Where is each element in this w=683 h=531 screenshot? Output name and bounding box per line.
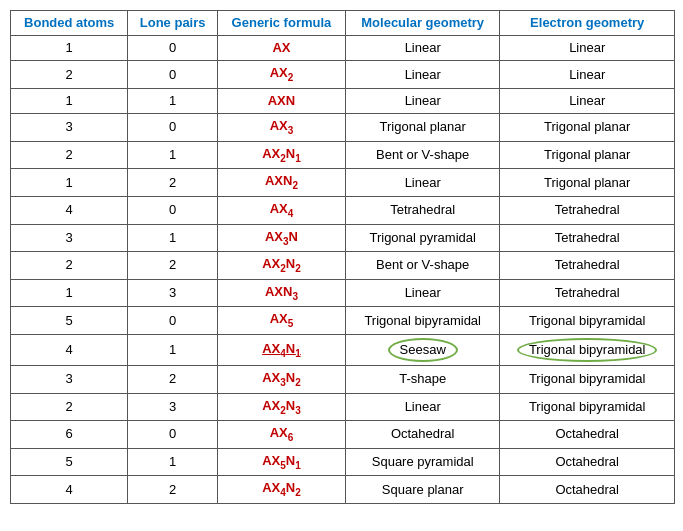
cell-lone-pairs: 3 bbox=[128, 393, 218, 421]
cell-lone-pairs: 1 bbox=[128, 448, 218, 476]
cell-molecular-geometry: Seesaw bbox=[346, 334, 500, 365]
cell-molecular-geometry: Linear bbox=[346, 88, 500, 113]
cell-lone-pairs: 0 bbox=[128, 61, 218, 89]
cell-molecular-geometry: Bent or V-shape bbox=[346, 141, 500, 169]
cell-molecular-geometry: Trigonal bipyramidal bbox=[346, 307, 500, 335]
cell-electron-geometry: Trigonal bipyramidal bbox=[500, 366, 675, 394]
cell-electron-geometry: Trigonal bipyramidal bbox=[500, 393, 675, 421]
cell-lone-pairs: 2 bbox=[128, 476, 218, 504]
cell-bonded: 2 bbox=[11, 393, 128, 421]
cell-lone-pairs: 2 bbox=[128, 366, 218, 394]
cell-bonded: 5 bbox=[11, 448, 128, 476]
cell-molecular-geometry: Linear bbox=[346, 279, 500, 307]
cell-formula: AXN3 bbox=[217, 279, 345, 307]
cell-formula: AX2 bbox=[217, 61, 345, 89]
header-lone-pairs: Lone pairs bbox=[128, 11, 218, 36]
cell-molecular-geometry: Linear bbox=[346, 169, 500, 197]
cell-lone-pairs: 2 bbox=[128, 169, 218, 197]
cell-bonded: 1 bbox=[11, 279, 128, 307]
cell-lone-pairs: 3 bbox=[128, 279, 218, 307]
cell-bonded: 3 bbox=[11, 114, 128, 142]
cell-lone-pairs: 1 bbox=[128, 88, 218, 113]
header-generic-formula: Generic formula bbox=[217, 11, 345, 36]
cell-lone-pairs: 2 bbox=[128, 252, 218, 280]
cell-lone-pairs: 0 bbox=[128, 307, 218, 335]
cell-electron-geometry: Octahedral bbox=[500, 421, 675, 449]
cell-lone-pairs: 0 bbox=[128, 114, 218, 142]
cell-formula: AX3 bbox=[217, 114, 345, 142]
cell-bonded: 3 bbox=[11, 224, 128, 252]
cell-formula: AX6 bbox=[217, 421, 345, 449]
cell-electron-geometry: Tetrahedral bbox=[500, 196, 675, 224]
cell-molecular-geometry: Trigonal planar bbox=[346, 114, 500, 142]
cell-electron-geometry: Tetrahedral bbox=[500, 279, 675, 307]
cell-molecular-geometry: Linear bbox=[346, 61, 500, 89]
cell-electron-geometry: Tetrahedral bbox=[500, 224, 675, 252]
cell-bonded: 3 bbox=[11, 366, 128, 394]
vsepr-table: Bonded atoms Lone pairs Generic formula … bbox=[10, 10, 675, 504]
cell-lone-pairs: 0 bbox=[128, 36, 218, 61]
cell-molecular-geometry: Linear bbox=[346, 36, 500, 61]
cell-bonded: 4 bbox=[11, 334, 128, 365]
cell-formula: AX4N2 bbox=[217, 476, 345, 504]
cell-formula: AX4 bbox=[217, 196, 345, 224]
cell-molecular-geometry: T-shape bbox=[346, 366, 500, 394]
cell-electron-geometry: Octahedral bbox=[500, 476, 675, 504]
cell-formula: AX2N2 bbox=[217, 252, 345, 280]
cell-electron-geometry: Linear bbox=[500, 61, 675, 89]
cell-formula: AX3N bbox=[217, 224, 345, 252]
cell-bonded: 6 bbox=[11, 421, 128, 449]
cell-formula: AXN2 bbox=[217, 169, 345, 197]
cell-bonded: 1 bbox=[11, 36, 128, 61]
cell-bonded: 1 bbox=[11, 88, 128, 113]
cell-molecular-geometry: Trigonal pyramidal bbox=[346, 224, 500, 252]
cell-lone-pairs: 1 bbox=[128, 141, 218, 169]
cell-electron-geometry: Tetrahedral bbox=[500, 252, 675, 280]
cell-molecular-geometry: Linear bbox=[346, 393, 500, 421]
cell-electron-geometry: Octahedral bbox=[500, 448, 675, 476]
cell-electron-geometry: Trigonal planar bbox=[500, 114, 675, 142]
cell-formula: AXN bbox=[217, 88, 345, 113]
cell-electron-geometry: Trigonal planar bbox=[500, 141, 675, 169]
cell-electron-geometry: Trigonal bipyramidal bbox=[500, 334, 675, 365]
cell-molecular-geometry: Square pyramidal bbox=[346, 448, 500, 476]
cell-lone-pairs: 0 bbox=[128, 196, 218, 224]
cell-formula: AX5N1 bbox=[217, 448, 345, 476]
cell-formula: AX4N1 bbox=[217, 334, 345, 365]
cell-bonded: 4 bbox=[11, 476, 128, 504]
cell-bonded: 2 bbox=[11, 61, 128, 89]
cell-electron-geometry: Linear bbox=[500, 36, 675, 61]
cell-bonded: 5 bbox=[11, 307, 128, 335]
cell-bonded: 1 bbox=[11, 169, 128, 197]
cell-electron-geometry: Trigonal planar bbox=[500, 169, 675, 197]
cell-formula: AX2N3 bbox=[217, 393, 345, 421]
cell-formula: AX2N1 bbox=[217, 141, 345, 169]
cell-bonded: 4 bbox=[11, 196, 128, 224]
cell-bonded: 2 bbox=[11, 252, 128, 280]
header-molecular-geometry: Molecular geometry bbox=[346, 11, 500, 36]
cell-molecular-geometry: Square planar bbox=[346, 476, 500, 504]
cell-molecular-geometry: Octahedral bbox=[346, 421, 500, 449]
cell-formula: AX3N2 bbox=[217, 366, 345, 394]
cell-lone-pairs: 0 bbox=[128, 421, 218, 449]
cell-electron-geometry: Linear bbox=[500, 88, 675, 113]
header-electron-geometry: Electron geometry bbox=[500, 11, 675, 36]
header-bonded-atoms: Bonded atoms bbox=[11, 11, 128, 36]
cell-bonded: 2 bbox=[11, 141, 128, 169]
cell-lone-pairs: 1 bbox=[128, 224, 218, 252]
cell-electron-geometry: Trigonal bipyramidal bbox=[500, 307, 675, 335]
cell-formula: AX bbox=[217, 36, 345, 61]
cell-molecular-geometry: Bent or V-shape bbox=[346, 252, 500, 280]
cell-formula: AX5 bbox=[217, 307, 345, 335]
cell-molecular-geometry: Tetrahedral bbox=[346, 196, 500, 224]
cell-lone-pairs: 1 bbox=[128, 334, 218, 365]
